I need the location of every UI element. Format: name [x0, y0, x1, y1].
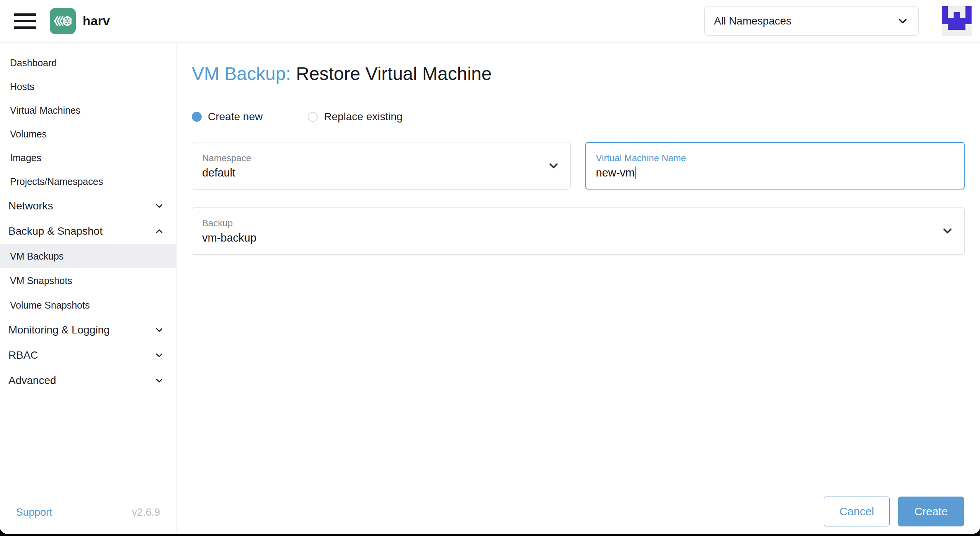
radio-label: Replace existing — [324, 111, 402, 123]
avatar-identicon[interactable] — [942, 6, 972, 36]
sidebar-item-label: VM Backups — [10, 251, 64, 262]
main-content: VM Backup: Restore Virtual Machine Creat… — [176, 42, 980, 534]
text-caret — [635, 167, 636, 179]
top-header: harv All Namespaces — [0, 0, 980, 42]
namespace-select-label: Namespace — [202, 153, 251, 163]
chevron-down-icon — [154, 375, 165, 386]
namespace-select[interactable]: Namespace default — [192, 142, 571, 190]
chevron-down-icon — [547, 159, 560, 173]
sidebar-group-backup-snapshot[interactable]: Backup & Snapshot — [0, 219, 176, 244]
backup-select-value: vm-backup — [202, 232, 256, 244]
page-title: VM Backup: Restore Virtual Machine — [192, 63, 965, 84]
sidebar-item-virtual-machines[interactable]: Virtual Machines — [0, 98, 176, 122]
restore-vm-form: VM Backup: Restore Virtual Machine Creat… — [176, 42, 980, 489]
create-button[interactable]: Create — [898, 497, 964, 526]
sidebar-item-label: Dashboard — [10, 57, 57, 69]
sidebar-item-label: Volumes — [10, 129, 47, 140]
sidebar-group-label: Networks — [8, 200, 53, 212]
page-title-text: Restore Virtual Machine — [296, 64, 492, 84]
sidebar-item-label: Projects/Namespaces — [10, 176, 103, 187]
chevron-up-icon — [154, 226, 165, 237]
sidebar-item-hosts[interactable]: Hosts — [0, 75, 176, 98]
radio-selected-icon — [192, 112, 202, 122]
support-link[interactable]: Support — [16, 507, 52, 518]
namespace-filter-select[interactable]: All Namespaces — [704, 7, 919, 36]
chevron-down-icon — [154, 325, 165, 335]
namespace-filter-value: All Namespaces — [714, 15, 791, 27]
sidebar-nav: Dashboard Hosts Virtual Machines Volumes… — [0, 42, 176, 393]
sidebar-group-label: Backup & Snapshot — [8, 225, 103, 237]
chevron-down-icon — [154, 350, 165, 361]
sidebar-footer: Support v2.6.9 — [0, 507, 176, 534]
form-action-bar: Cancel Create — [176, 489, 980, 534]
title-divider — [192, 96, 965, 96]
sidebar-group-label: Advanced — [8, 374, 56, 387]
hamburger-menu-icon[interactable] — [14, 13, 36, 29]
radio-create-new[interactable]: Create new — [192, 111, 263, 123]
sidebar-item-label: VM Snapshots — [10, 275, 72, 286]
vm-name-input-label: Virtual Machine Name — [596, 153, 686, 163]
sidebar-item-label: Hosts — [10, 81, 34, 92]
vm-name-input[interactable]: Virtual Machine Name new-vm — [585, 142, 965, 190]
sidebar-group-advanced[interactable]: Advanced — [0, 368, 176, 393]
sidebar-item-label: Virtual Machines — [10, 105, 80, 116]
sidebar-group-rbac[interactable]: RBAC — [0, 343, 176, 368]
sidebar-item-images[interactable]: Images — [0, 146, 176, 170]
app-window: harv All Namespaces Dashboard Hosts Virt… — [0, 0, 980, 534]
sidebar-item-volumes[interactable]: Volumes — [0, 122, 176, 146]
chevron-down-icon — [896, 15, 909, 28]
sidebar-group-monitoring-logging[interactable]: Monitoring & Logging — [0, 317, 176, 343]
chevron-down-icon — [154, 201, 165, 211]
sidebar-item-vm-backups[interactable]: VM Backups — [0, 244, 176, 268]
backup-select[interactable]: Backup vm-backup — [192, 207, 965, 255]
namespace-select-value: default — [202, 167, 251, 179]
sidebar-item-volume-snapshots[interactable]: Volume Snapshots — [0, 293, 176, 317]
page-title-prefix: VM Backup: — [192, 64, 291, 84]
sidebar-item-vm-snapshots[interactable]: VM Snapshots — [0, 268, 176, 293]
radio-unselected-icon — [308, 112, 318, 122]
chevron-down-icon — [941, 224, 954, 238]
sidebar: Dashboard Hosts Virtual Machines Volumes… — [0, 42, 176, 534]
cancel-button[interactable]: Cancel — [824, 497, 890, 526]
sidebar-item-dashboard[interactable]: Dashboard — [0, 51, 176, 75]
brand-name: harv — [83, 14, 110, 28]
harvester-logo-icon[interactable] — [50, 8, 76, 34]
sidebar-group-label: RBAC — [8, 349, 38, 361]
version-label: v2.6.9 — [132, 507, 160, 518]
sidebar-item-projects-namespaces[interactable]: Projects/Namespaces — [0, 170, 176, 193]
radio-replace-existing[interactable]: Replace existing — [308, 111, 402, 123]
restore-mode-radio-group: Create new Replace existing — [192, 111, 965, 123]
vm-name-input-value: new-vm — [596, 167, 686, 179]
radio-label: Create new — [208, 111, 263, 123]
sidebar-item-label: Volume Snapshots — [10, 300, 90, 311]
sidebar-group-networks[interactable]: Networks — [0, 193, 176, 219]
sidebar-group-label: Monitoring & Logging — [8, 324, 110, 336]
backup-select-label: Backup — [202, 218, 256, 229]
sidebar-item-label: Images — [10, 152, 41, 163]
